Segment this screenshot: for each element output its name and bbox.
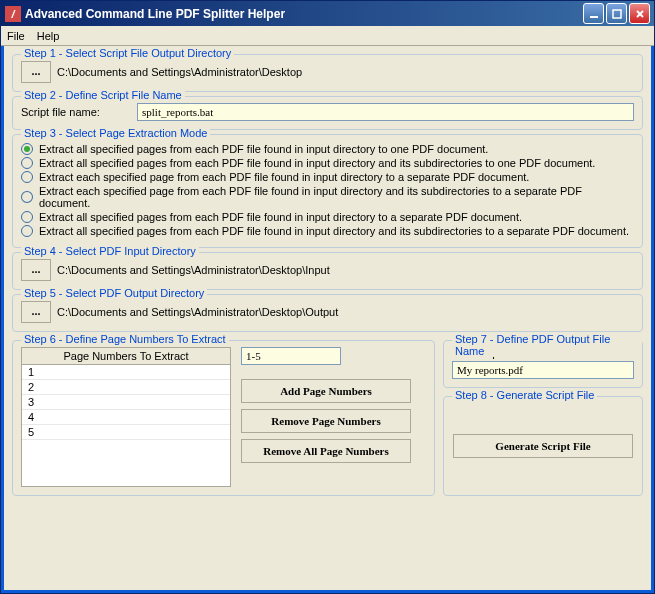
page-range-input[interactable] (241, 347, 341, 365)
body: Step 1 - Select Script File Output Direc… (1, 46, 654, 593)
radio-label: Extract each specified page from each PD… (39, 185, 634, 209)
list-item[interactable]: 3 (22, 395, 230, 410)
extraction-mode-option-0[interactable]: Extract all specified pages from each PD… (21, 143, 634, 155)
step1-path: C:\Documents and Settings\Administrator\… (57, 66, 302, 78)
step7-group: Step 7 - Define PDF Output File Name PDF… (443, 340, 643, 388)
step4-title: Step 4 - Select PDF Input Directory (21, 245, 199, 257)
page-numbers-list[interactable]: Page Numbers To Extract 12345 (21, 347, 231, 487)
step6-title: Step 6 - Define Page Numbers To Extract (21, 333, 229, 345)
extraction-mode-option-4[interactable]: Extract all specified pages from each PD… (21, 211, 634, 223)
radio-icon (21, 225, 33, 237)
radio-label: Extract all specified pages from each PD… (39, 157, 595, 169)
maximize-button[interactable] (606, 3, 627, 24)
app-icon: / (5, 6, 21, 22)
titlebar: / Advanced Command Line PDF Splitter Hel… (1, 1, 654, 26)
step4-path: C:\Documents and Settings\Administrator\… (57, 264, 330, 276)
extraction-mode-option-1[interactable]: Extract all specified pages from each PD… (21, 157, 634, 169)
svg-rect-1 (613, 10, 621, 18)
step3-group: Step 3 - Select Page Extraction Mode Ext… (12, 134, 643, 248)
remove-page-numbers-button[interactable]: Remove Page Numbers (241, 409, 411, 433)
step2-title: Step 2 - Define Script File Name (21, 89, 185, 101)
step5-title: Step 5 - Select PDF Output Directory (21, 287, 207, 299)
list-item[interactable]: 4 (22, 410, 230, 425)
extraction-mode-option-5[interactable]: Extract all specified pages from each PD… (21, 225, 634, 237)
step7-title: Step 7 - Define PDF Output File Name (452, 333, 642, 357)
step1-browse-button[interactable]: ... (21, 61, 51, 83)
extraction-mode-option-3[interactable]: Extract each specified page from each PD… (21, 185, 634, 209)
step1-title: Step 1 - Select Script File Output Direc… (21, 47, 234, 59)
pdf-output-file-name-input[interactable] (452, 361, 634, 379)
step6-group: Step 6 - Define Page Numbers To Extract … (12, 340, 435, 496)
step2-label: Script file name: (21, 106, 131, 118)
radio-icon (21, 171, 33, 183)
radio-label: Extract each specified page from each PD… (39, 171, 529, 183)
add-page-numbers-button[interactable]: Add Page Numbers (241, 379, 411, 403)
radio-icon (21, 211, 33, 223)
script-file-name-input[interactable] (137, 103, 634, 121)
window-title: Advanced Command Line PDF Splitter Helpe… (25, 7, 583, 21)
step2-group: Step 2 - Define Script File Name Script … (12, 96, 643, 130)
menu-file[interactable]: File (7, 30, 25, 42)
step4-browse-button[interactable]: ... (21, 259, 51, 281)
list-header: Page Numbers To Extract (22, 348, 230, 365)
step5-browse-button[interactable]: ... (21, 301, 51, 323)
minimize-button[interactable] (583, 3, 604, 24)
step5-path: C:\Documents and Settings\Administrator\… (57, 306, 338, 318)
remove-all-page-numbers-button[interactable]: Remove All Page Numbers (241, 439, 411, 463)
list-item[interactable]: 1 (22, 365, 230, 380)
extraction-mode-option-2[interactable]: Extract each specified page from each PD… (21, 171, 634, 183)
menubar: File Help (1, 26, 654, 46)
step8-group: Step 8 - Generate Script File Generate S… (443, 396, 643, 496)
step1-group: Step 1 - Select Script File Output Direc… (12, 54, 643, 92)
generate-script-file-button[interactable]: Generate Script File (453, 434, 633, 458)
radio-icon (21, 143, 33, 155)
radio-label: Extract all specified pages from each PD… (39, 225, 629, 237)
radio-icon (21, 191, 33, 203)
radio-label: Extract all specified pages from each PD… (39, 211, 522, 223)
step3-title: Step 3 - Select Page Extraction Mode (21, 127, 210, 139)
app-window: / Advanced Command Line PDF Splitter Hel… (0, 0, 655, 594)
svg-rect-0 (590, 16, 598, 18)
radio-icon (21, 157, 33, 169)
list-item[interactable]: 2 (22, 380, 230, 395)
close-button[interactable] (629, 3, 650, 24)
menu-help[interactable]: Help (37, 30, 60, 42)
step8-title: Step 8 - Generate Script File (452, 389, 597, 401)
list-item[interactable]: 5 (22, 425, 230, 440)
step5-group: Step 5 - Select PDF Output Directory ...… (12, 294, 643, 332)
step4-group: Step 4 - Select PDF Input Directory ... … (12, 252, 643, 290)
window-controls (583, 3, 650, 24)
radio-label: Extract all specified pages from each PD… (39, 143, 488, 155)
